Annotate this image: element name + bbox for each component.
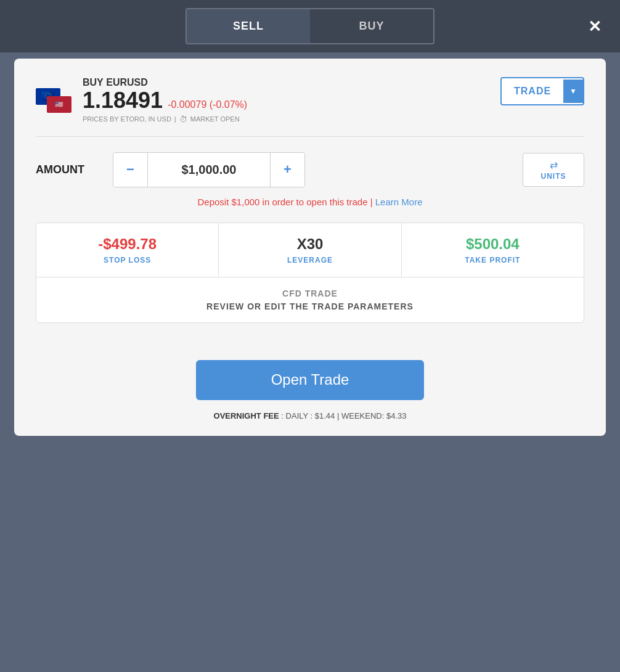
open-trade-button[interactable]: Open Trade bbox=[196, 360, 424, 400]
price-value: 1.18491 bbox=[83, 88, 163, 113]
learn-more-link[interactable]: Learn More bbox=[375, 197, 423, 207]
review-label: REVIEW OR EDIT THE TRADE PARAMETERS bbox=[47, 301, 573, 311]
increase-amount-button[interactable]: + bbox=[271, 153, 304, 187]
close-button[interactable]: ✕ bbox=[588, 17, 602, 36]
trade-modal: 🇪🇺 🇺🇸 BUY EURUSD 1.18491 -0.00079 (-0.07… bbox=[14, 59, 606, 436]
stop-loss-value: -$499.78 bbox=[43, 236, 212, 253]
decrease-amount-button[interactable]: − bbox=[113, 153, 147, 187]
units-button[interactable]: ⇄ UNITS bbox=[523, 153, 584, 187]
trade-details: -$499.78 STOP LOSS X30 LEVERAGE $500.04 … bbox=[36, 223, 584, 323]
plus-icon: + bbox=[283, 162, 292, 178]
amount-input[interactable] bbox=[147, 153, 271, 187]
market-status: MARKET OPEN bbox=[190, 115, 240, 123]
leverage-label: LEVERAGE bbox=[225, 256, 394, 264]
cfd-label: CFD TRADE bbox=[47, 289, 573, 298]
open-trade-label: Open Trade bbox=[271, 371, 349, 388]
buy-tab[interactable]: BUY bbox=[310, 9, 433, 43]
leverage-value: X30 bbox=[225, 236, 394, 253]
stop-loss-label: STOP LOSS bbox=[43, 256, 212, 264]
trade-dropdown-button[interactable]: TRADE ▼ bbox=[500, 77, 584, 105]
buy-tab-label: BUY bbox=[359, 20, 384, 33]
flag-pair: 🇪🇺 🇺🇸 bbox=[36, 88, 71, 113]
take-profit-item[interactable]: $500.04 TAKE PROFIT bbox=[402, 223, 584, 277]
tab-group: SELL BUY bbox=[186, 8, 434, 44]
amount-section: AMOUNT − + ⇄ UNITS bbox=[36, 152, 584, 187]
take-profit-label: TAKE PROFIT bbox=[408, 256, 577, 264]
trade-stats: -$499.78 STOP LOSS X30 LEVERAGE $500.04 … bbox=[36, 223, 584, 277]
sell-tab-label: SELL bbox=[233, 20, 264, 33]
units-label: UNITS bbox=[541, 172, 566, 181]
overnight-fee: OVERNIGHT FEE : DAILY : $1.44 | WEEKEND:… bbox=[36, 411, 584, 420]
price-change: -0.00079 (-0.07%) bbox=[168, 99, 247, 110]
us-flag: 🇺🇸 bbox=[47, 96, 71, 113]
take-profit-value: $500.04 bbox=[408, 236, 577, 253]
action-label: BUY bbox=[83, 77, 104, 88]
modal-header: 🇪🇺 🇺🇸 BUY EURUSD 1.18491 -0.00079 (-0.07… bbox=[36, 77, 584, 124]
price-info: BUY EURUSD 1.18491 -0.00079 (-0.07%) PRI… bbox=[83, 77, 247, 124]
minus-icon: − bbox=[126, 162, 134, 178]
overnight-weekend: WEEKEND: $4.33 bbox=[341, 411, 407, 420]
deposit-notice: Deposit $1,000 in order to open this tra… bbox=[36, 197, 584, 207]
close-icon: ✕ bbox=[588, 17, 602, 35]
header-divider bbox=[36, 136, 584, 137]
units-swap-icon: ⇄ bbox=[550, 159, 558, 171]
overnight-fee-label: OVERNIGHT FEE bbox=[214, 411, 279, 420]
currency-info: 🇪🇺 🇺🇸 BUY EURUSD 1.18491 -0.00079 (-0.07… bbox=[36, 77, 247, 124]
overnight-daily: DAILY : $1.44 bbox=[286, 411, 335, 420]
amount-control: − + bbox=[113, 152, 305, 187]
trade-info: CFD TRADE REVIEW OR EDIT THE TRADE PARAM… bbox=[36, 277, 584, 322]
leverage-item[interactable]: X30 LEVERAGE bbox=[219, 223, 401, 277]
price-meta: PRICES BY ETORO, IN USD | ⏱ MARKET OPEN bbox=[83, 115, 247, 124]
top-bar: SELL BUY ✕ bbox=[0, 0, 620, 52]
trade-dropdown-arrow-icon: ▼ bbox=[563, 80, 583, 103]
price-source: PRICES BY ETORO, IN USD bbox=[83, 115, 171, 123]
deposit-text: Deposit $1,000 in order to open this tra… bbox=[198, 197, 368, 207]
trade-button-label: TRADE bbox=[502, 78, 563, 104]
pair-label: EURUSD bbox=[106, 77, 148, 88]
buy-label: BUY EURUSD bbox=[83, 77, 247, 88]
amount-label: AMOUNT bbox=[36, 163, 104, 176]
stop-loss-item[interactable]: -$499.78 STOP LOSS bbox=[36, 223, 219, 277]
sell-tab[interactable]: SELL bbox=[187, 9, 310, 43]
